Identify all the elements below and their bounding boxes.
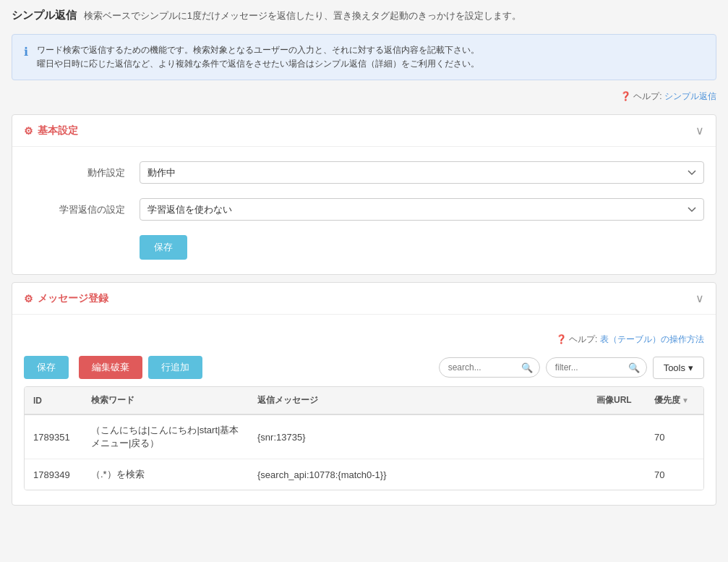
cell-priority: 70 (646, 459, 703, 490)
col-header-priority[interactable]: 優先度 ▼ (646, 387, 703, 414)
page-description: 検索ベースでシンプルに1度だけメッセージを返信したり、置き換えタグ起動のきっかけ… (84, 10, 521, 21)
col-header-image-url: 画像URL (588, 387, 646, 414)
cell-search-word: （.*）を検索 (82, 459, 249, 490)
learning-setting-row: 学習返信の設定 学習返信を使わない学習返信を使う (24, 198, 704, 221)
cell-search-word: （こんにちは|こんにちわ|start|基本メニュー|戻る） (82, 414, 249, 459)
basic-settings-body: 動作設定 動作中停止中 学習返信の設定 学習返信を使わない学習返信を使う 保存 (12, 147, 716, 274)
message-help-link[interactable]: 表（テーブル）の操作方法 (600, 333, 704, 346)
page-header: シンプル返信 検索ベースでシンプルに1度だけメッセージを返信したり、置き換えタグ… (0, 0, 728, 28)
cell-reply-message: {search_api:10778:{match0-1}} (249, 459, 588, 490)
learning-select[interactable]: 学習返信を使わない学習返信を使う (140, 198, 704, 221)
gear-icon: ⚙ (24, 125, 33, 137)
message-cancel-button[interactable]: 編集破棄 (79, 356, 142, 379)
message-save-button[interactable]: 保存 (24, 356, 69, 379)
help-link-row: ❓ ヘルプ: シンプル返信 (0, 86, 728, 107)
table-body: 1789351 （こんにちは|こんにちわ|start|基本メニュー|戻る） {s… (25, 414, 703, 490)
operation-select[interactable]: 動作中停止中 (140, 161, 704, 184)
cell-reply-message: {snr:13735} (249, 414, 588, 459)
cell-id: 1789351 (25, 414, 82, 459)
table-row: 1789351 （こんにちは|こんにちわ|start|基本メニュー|戻る） {s… (25, 414, 703, 459)
col-header-reply-message: 返信メッセージ (249, 387, 588, 414)
message-registration-section: ⚙ メッセージ登録 ∨ ❓ ヘルプ: 表（テーブル）の操作方法 保存 編集破棄 … (12, 282, 716, 506)
info-banner: ℹ ワード検索で返信するための機能です。検索対象となるユーザーの入力と、それに対… (12, 34, 716, 80)
basic-settings-title: ⚙ 基本設定 (24, 124, 78, 137)
info-line2: 曜日や日時に応じた返信など、より複雑な条件で返信をさせたい場合はシンプル返信（詳… (37, 57, 479, 71)
cell-id: 1789349 (25, 459, 82, 490)
page-title: シンプル返信 (12, 9, 77, 21)
operation-setting-row: 動作設定 動作中停止中 (24, 161, 704, 184)
message-help-label: ❓ ヘルプ: (556, 333, 598, 346)
message-table-wrap: ID 検索ワード 返信メッセージ 画像URL 優先度 ▼ (24, 386, 704, 490)
basic-settings-section: ⚙ 基本設定 ∨ 動作設定 動作中停止中 学習返信の設定 学習返信を使わない学習… (12, 114, 716, 275)
message-registration-header[interactable]: ⚙ メッセージ登録 ∨ (12, 283, 716, 315)
info-icon: ℹ (24, 45, 28, 59)
search-icon: 🔍 (521, 362, 533, 373)
message-registration-title: ⚙ メッセージ登録 (24, 292, 108, 305)
message-add-button[interactable]: 行追加 (148, 356, 202, 379)
filter-wrap: 🔍 (546, 357, 647, 378)
tools-label: Tools (664, 362, 685, 373)
message-registration-body: ❓ ヘルプ: 表（テーブル）の操作方法 保存 編集破棄 行追加 🔍 🔍 (12, 315, 716, 505)
sort-desc-icon: ▼ (682, 396, 689, 404)
chevron-down-icon-2: ∨ (695, 291, 704, 305)
basic-settings-header[interactable]: ⚙ 基本設定 ∨ (12, 115, 716, 147)
message-toolbar: 保存 編集破棄 行追加 🔍 🔍 Tools ▾ (24, 349, 704, 386)
table-header-row: ID 検索ワード 返信メッセージ 画像URL 優先度 ▼ (25, 387, 703, 414)
cell-image-url (588, 459, 646, 490)
message-table: ID 検索ワード 返信メッセージ 画像URL 優先度 ▼ (25, 387, 703, 490)
cell-image-url (588, 414, 646, 459)
cell-priority: 70 (646, 414, 703, 459)
toolbar-right: 🔍 🔍 Tools ▾ (439, 357, 704, 379)
message-help-row: ❓ ヘルプ: 表（テーブル）の操作方法 (24, 329, 704, 349)
col-header-search-word: 検索ワード (82, 387, 249, 414)
learning-label: 学習返信の設定 (24, 203, 140, 216)
help-label: ❓ ヘルプ: (620, 91, 662, 101)
help-link[interactable]: シンプル返信 (664, 91, 716, 101)
priority-sort: 優先度 ▼ (654, 394, 689, 406)
col-header-id: ID (25, 387, 82, 414)
table-row: 1789349 （.*）を検索 {search_api:10778:{match… (25, 459, 703, 490)
tools-button[interactable]: Tools ▾ (653, 357, 704, 379)
tools-chevron-icon: ▾ (688, 362, 693, 373)
info-line1: ワード検索で返信するための機能です。検索対象となるユーザーの入力と、それに対する… (37, 43, 479, 57)
basic-settings-save-button[interactable]: 保存 (140, 235, 187, 260)
operation-label: 動作設定 (24, 166, 140, 179)
learning-select-wrap: 学習返信を使わない学習返信を使う (140, 198, 704, 221)
info-text: ワード検索で返信するための機能です。検索対象となるユーザーの入力と、それに対する… (37, 43, 479, 71)
gear-icon-2: ⚙ (24, 293, 33, 305)
filter-icon: 🔍 (628, 362, 640, 373)
chevron-down-icon: ∨ (695, 124, 704, 137)
search-wrap: 🔍 (439, 357, 540, 378)
operation-select-wrap: 動作中停止中 (140, 161, 704, 184)
